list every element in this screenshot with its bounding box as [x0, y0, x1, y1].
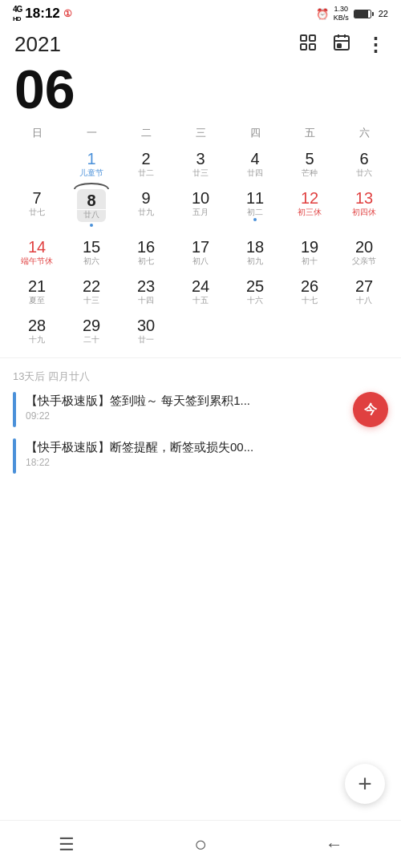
speed-text: 1.30KB/s: [334, 5, 349, 22]
header: 2021 ⋮: [0, 26, 401, 60]
weekday-mon: 一: [64, 123, 119, 143]
bottom-nav: ☰ ○ ←: [0, 820, 401, 868]
day-13[interactable]: 13 初四休: [337, 184, 391, 233]
event-item-2[interactable]: 【快手极速版】断签提醒，断签或损失00... 18:22: [13, 438, 388, 474]
battery-icon: [354, 10, 374, 18]
day-18[interactable]: 18 初九: [228, 233, 282, 273]
svg-rect-8: [338, 44, 341, 47]
day-6[interactable]: 6 廿六: [337, 145, 391, 184]
day-5[interactable]: 5 芒种: [282, 145, 337, 184]
svg-rect-3: [310, 44, 315, 50]
day-9[interactable]: 9 廿九: [119, 184, 173, 233]
days-grid: 1 儿童节 2 廿二 3 廿三 4 廿四 5 芒种 6 廿六 7 廿七: [10, 145, 391, 351]
day-empty: [10, 145, 64, 184]
weekday-wed: 三: [173, 123, 228, 143]
day-2[interactable]: 2 廿二: [119, 145, 173, 184]
weekday-tue: 二: [119, 123, 173, 143]
events-section: 13天后 四月廿八 【快手极速版】签到啦～ 每天签到累积1... 09:22 今…: [0, 361, 401, 474]
svg-rect-1: [310, 35, 315, 41]
weekday-fri: 五: [282, 123, 337, 143]
add-event-button[interactable]: +: [345, 764, 385, 804]
month-display: 06: [0, 60, 401, 116]
menu-icon: ☰: [59, 834, 75, 855]
event-item-1[interactable]: 【快手极速版】签到啦～ 每天签到累积1... 09:22: [13, 392, 388, 427]
day-25[interactable]: 25 十六: [228, 273, 282, 312]
grid-view-icon[interactable]: [298, 33, 318, 57]
day-7[interactable]: 7 廿七: [10, 184, 64, 233]
day-26[interactable]: 26 十七: [282, 273, 337, 312]
day-14[interactable]: 14 端午节休: [10, 233, 64, 273]
day-19[interactable]: 19 初十: [282, 233, 337, 273]
alarm-icon: ⏰: [316, 8, 329, 20]
event-content-2: 【快手极速版】断签提醒，断签或损失00... 18:22: [26, 438, 388, 468]
day-30[interactable]: 30 廿一: [119, 312, 173, 351]
day-21[interactable]: 21 夏至: [10, 273, 64, 312]
day-1[interactable]: 1 儿童节: [64, 145, 119, 184]
status-bar: 4GHD 18:12 ① ⏰ 1.30KB/s 22: [0, 0, 401, 26]
day-28[interactable]: 28 十九: [10, 312, 64, 351]
day-23[interactable]: 23 十四: [119, 273, 173, 312]
nav-menu[interactable]: ☰: [43, 829, 91, 861]
status-left: 4GHD 18:12 ①: [13, 5, 72, 22]
day-17[interactable]: 17 初八: [173, 233, 228, 273]
day-20[interactable]: 20 父亲节: [337, 233, 391, 273]
today-bubble[interactable]: 今: [353, 392, 388, 427]
day-8[interactable]: 8 廿八: [64, 184, 119, 233]
day-27[interactable]: 27 十八: [337, 273, 391, 312]
day-11[interactable]: 11 初二: [228, 184, 282, 233]
day-29[interactable]: 29 二十: [64, 312, 119, 351]
nav-back[interactable]: ←: [310, 829, 358, 861]
svg-rect-0: [301, 35, 306, 41]
day-16[interactable]: 16 初七: [119, 233, 173, 273]
more-icon[interactable]: ⋮: [366, 34, 387, 56]
event-title-2: 【快手极速版】断签提醒，断签或损失00...: [26, 438, 388, 455]
section-divider: [0, 357, 401, 358]
today-label: 今: [364, 402, 377, 418]
day-4[interactable]: 4 廿四: [228, 145, 282, 184]
battery-level: 22: [379, 9, 388, 18]
event-time-2: 18:22: [26, 457, 388, 468]
day-12[interactable]: 12 初三休: [282, 184, 337, 233]
add-icon: +: [358, 770, 372, 797]
event-content-1: 【快手极速版】签到啦～ 每天签到累积1... 09:22: [26, 392, 388, 422]
event-bar-2: [13, 438, 16, 474]
events-wrapper: 【快手极速版】签到啦～ 每天签到累积1... 09:22 今 【快手极速版】断签…: [13, 392, 388, 474]
nav-home[interactable]: ○: [176, 829, 225, 861]
home-icon: ○: [194, 832, 207, 857]
weekday-sat: 六: [337, 123, 391, 143]
event-title-1: 【快手极速版】签到啦～ 每天签到累积1...: [26, 392, 388, 409]
events-date-header: 13天后 四月廿八: [13, 369, 388, 384]
event-time-1: 09:22: [26, 410, 388, 422]
back-icon: ←: [326, 834, 343, 855]
calendar: 日 一 二 三 四 五 六 1 儿童节 2 廿二 3 廿三 4 廿四 5 芒种: [0, 116, 401, 354]
day-22[interactable]: 22 十三: [64, 273, 119, 312]
day-3[interactable]: 3 廿三: [173, 145, 228, 184]
weekday-sun: 日: [10, 123, 64, 143]
day-24[interactable]: 24 十五: [173, 273, 228, 312]
event-bar-1: [13, 392, 16, 427]
svg-rect-4: [334, 36, 349, 50]
status-time: 18:12: [25, 6, 59, 22]
svg-rect-2: [301, 44, 306, 50]
status-right: ⏰ 1.30KB/s 22: [316, 5, 388, 22]
day-15[interactable]: 15 初六: [64, 233, 119, 273]
weekday-row: 日 一 二 三 四 五 六: [10, 123, 391, 143]
month-number: 06: [14, 62, 387, 116]
header-actions: ⋮: [298, 33, 387, 57]
signal-icon: 4GHD: [13, 5, 22, 22]
year-label: 2021: [14, 32, 61, 57]
weekday-thu: 四: [228, 123, 282, 143]
notification-dot: ①: [63, 8, 72, 19]
day-10[interactable]: 10 五月: [173, 184, 228, 233]
calendar-icon[interactable]: [332, 33, 351, 57]
